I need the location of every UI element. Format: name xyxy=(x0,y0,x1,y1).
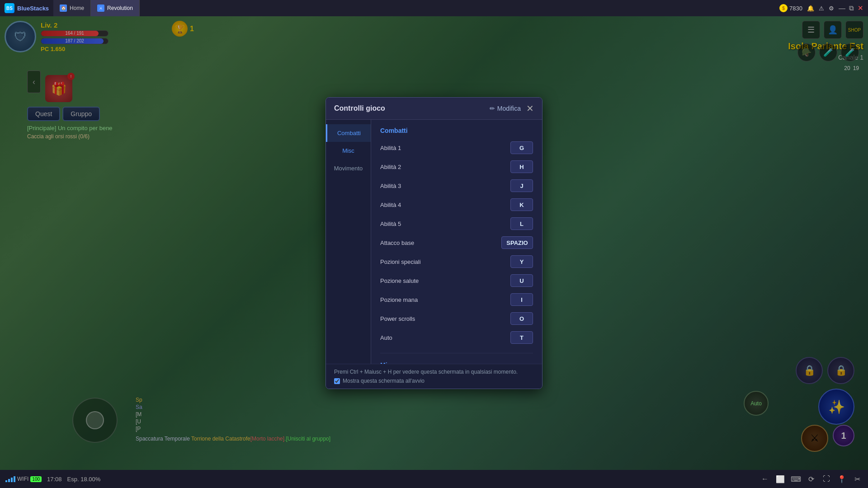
label-pozione-salute: Pozione salute xyxy=(380,277,419,284)
label-abilita4: Abilità 4 xyxy=(380,202,401,208)
footer-shortcut-hint: Premi Ctrl + Maiusc + H per vedere quest… xyxy=(334,369,534,375)
label-auto: Auto xyxy=(380,334,392,341)
coin-icon: $ xyxy=(779,4,788,12)
keybind-abilita1: Abilità 1 G xyxy=(380,141,533,155)
wifi-bar-4 xyxy=(14,476,15,482)
show-startup-label: Mostra questa schermata all'avvio xyxy=(343,378,425,384)
home-button[interactable]: ⬜ xyxy=(775,474,786,484)
taskbar: BS BlueStacks 🏠 Home ⚔ Revolution $ 7830… xyxy=(0,0,868,16)
sidebar-misc-label: Misc xyxy=(342,147,354,154)
modal-content: Combatti Abilità 1 G Abilità 2 H Abilità… xyxy=(371,120,542,364)
bottom-taskbar: WIFI 100 17:08 Esp. 18.00% ← ⬜ ⌨ ⟳ ⛶ 📍 ✂ xyxy=(0,470,868,488)
wifi-indicator: WIFI 100 xyxy=(5,476,42,482)
exp-display: Esp. 18.00% xyxy=(67,476,101,483)
label-abilita1: Abilità 1 xyxy=(380,145,401,151)
tab-home-label: Home xyxy=(70,5,84,11)
game-hud: 🛡 Liv. 2 164 / 191 187 / 202 PC 1.650 xyxy=(0,16,868,470)
brand-label: BlueStacks xyxy=(17,5,49,12)
scissors-icon[interactable]: ✂ xyxy=(852,474,863,484)
label-abilita2: Abilità 2 xyxy=(380,164,401,170)
label-attacco-base: Attacco base xyxy=(380,239,414,246)
tab-revolution-label: Revolution xyxy=(107,5,133,11)
keybind-pozioni-speciali: Pozioni speciali Y xyxy=(380,254,533,269)
controls-modal: Controlli gioco ✏ Modifica ✕ Combatti xyxy=(326,97,542,389)
section-header-misc: Misc xyxy=(380,361,533,364)
show-startup-checkbox[interactable] xyxy=(334,378,340,384)
key-attacco-base[interactable]: SPAZIO xyxy=(501,236,533,249)
minimize-button[interactable]: — xyxy=(839,4,845,12)
modal-footer: Premi Ctrl + Maiusc + H per vedere quest… xyxy=(326,364,542,389)
keybind-pozione-salute: Pozione salute U xyxy=(380,273,533,288)
keybind-auto: Auto T xyxy=(380,330,533,345)
location-icon[interactable]: 📍 xyxy=(836,474,847,484)
keybind-attacco-base: Attacco base SPAZIO xyxy=(380,235,533,250)
wifi-bars xyxy=(5,476,15,482)
revolution-tab-icon: ⚔ xyxy=(97,5,104,12)
keybind-abilita5: Abilità 5 L xyxy=(380,216,533,231)
notification-icon[interactable]: 🔔 xyxy=(807,5,814,12)
sidebar-item-misc[interactable]: Misc xyxy=(326,142,371,160)
back-button[interactable]: ← xyxy=(760,474,770,484)
modal-sidebar: Combatti Misc Movimento xyxy=(326,120,371,364)
bs-logo-icon: BS xyxy=(5,3,14,13)
edit-icon: ✏ xyxy=(490,105,495,112)
key-pozione-salute[interactable]: U xyxy=(510,274,533,287)
rotate-icon[interactable]: ⟳ xyxy=(806,474,816,484)
label-pozioni-speciali: Pozioni speciali xyxy=(380,258,421,265)
keybind-abilita2: Abilità 2 H xyxy=(380,160,533,174)
bottom-icons: ← ⬜ ⌨ ⟳ ⛶ 📍 ✂ xyxy=(760,474,863,484)
keyboard-icon[interactable]: ⌨ xyxy=(790,474,801,484)
close-button[interactable]: ✕ xyxy=(858,4,863,12)
key-abilita1[interactable]: G xyxy=(510,141,533,154)
fullscreen-icon[interactable]: ⛶ xyxy=(821,474,832,484)
label-pozione-mana: Pozione mana xyxy=(380,296,418,303)
section-header-combatti: Combatti xyxy=(380,127,533,134)
wifi-bar-1 xyxy=(5,480,7,482)
key-abilita4[interactable]: K xyxy=(510,198,533,211)
key-auto[interactable]: T xyxy=(510,331,533,344)
window-controls: — ⧉ ✕ xyxy=(839,4,863,12)
modal-body: Combatti Misc Movimento Combatti xyxy=(326,120,542,364)
tab-home[interactable]: 🏠 Home xyxy=(53,0,91,16)
keybind-pozione-mana: Pozione mana I xyxy=(380,292,533,307)
key-abilita3[interactable]: J xyxy=(510,179,533,192)
modal-overlay: Controlli gioco ✏ Modifica ✕ Combatti xyxy=(0,16,868,470)
keybind-abilita4: Abilità 4 K xyxy=(380,197,533,212)
label-abilita3: Abilità 3 xyxy=(380,183,401,189)
restore-button[interactable]: ⧉ xyxy=(849,4,854,12)
sidebar-movimento-label: Movimento xyxy=(334,165,363,172)
keybind-abilita3: Abilità 3 J xyxy=(380,178,533,193)
wifi-bar-3 xyxy=(11,478,13,482)
key-abilita5[interactable]: L xyxy=(510,217,533,230)
section-divider xyxy=(380,353,533,353)
bluestacks-logo: BS BlueStacks xyxy=(0,3,53,13)
sidebar-item-movimento[interactable]: Movimento xyxy=(326,160,371,177)
sidebar-combatti-label: Combatti xyxy=(337,130,361,136)
tab-revolution[interactable]: ⚔ Revolution xyxy=(91,0,140,16)
wifi-label: WIFI xyxy=(17,476,28,482)
warning-icon[interactable]: ⚠ xyxy=(819,5,824,12)
keybind-power-scrolls: Power scrolls O xyxy=(380,311,533,326)
modal-header: Controlli gioco ✏ Modifica ✕ xyxy=(326,98,542,120)
label-abilita5: Abilità 5 xyxy=(380,221,401,227)
modal-title: Controlli gioco xyxy=(334,104,385,113)
modal-header-right: ✏ Modifica ✕ xyxy=(490,104,534,113)
modifica-button[interactable]: ✏ Modifica xyxy=(490,105,521,112)
home-tab-icon: 🏠 xyxy=(60,5,67,12)
coin-counter: $ 7830 xyxy=(779,4,802,12)
wifi-bar-2 xyxy=(8,479,10,482)
key-abilita2[interactable]: H xyxy=(510,160,533,173)
settings-icon[interactable]: ⚙ xyxy=(829,5,834,12)
key-power-scrolls[interactable]: O xyxy=(510,312,533,325)
taskbar-right: $ 7830 🔔 ⚠ ⚙ — ⧉ ✕ xyxy=(779,4,868,12)
key-pozione-mana[interactable]: I xyxy=(510,293,533,306)
modal-close-button[interactable]: ✕ xyxy=(526,104,534,113)
label-power-scrolls: Power scrolls xyxy=(380,315,415,322)
battery-badge: 100 xyxy=(30,476,42,482)
footer-checkbox-row: Mostra questa schermata all'avvio xyxy=(334,378,534,384)
key-pozioni-speciali[interactable]: Y xyxy=(510,255,533,268)
coin-amount: 7830 xyxy=(789,5,802,12)
modifica-label: Modifica xyxy=(497,105,521,112)
sidebar-item-combatti[interactable]: Combatti xyxy=(326,124,371,142)
time-display: 17:08 xyxy=(47,476,62,483)
